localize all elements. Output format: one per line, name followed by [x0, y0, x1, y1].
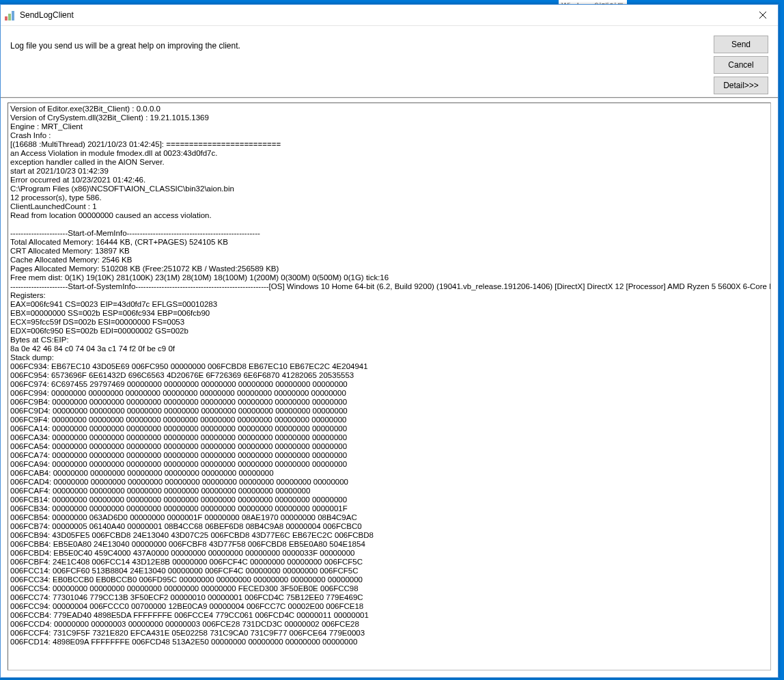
close-icon[interactable]: [748, 5, 778, 25]
app-icon: [5, 10, 16, 21]
titlebar-left: SendLogClient: [5, 10, 74, 21]
send-button[interactable]: Send: [714, 36, 768, 53]
upper-area: Log file you send us will be a great hel…: [1, 26, 778, 98]
detail-button[interactable]: Detail>>>: [714, 77, 768, 94]
titlebar[interactable]: SendLogClient: [1, 5, 778, 26]
cancel-button[interactable]: Cancel: [714, 56, 768, 74]
button-column: Send Cancel Detail>>>: [714, 36, 768, 94]
window-title: SendLogClient: [20, 10, 74, 20]
titlebar-buttons: [748, 5, 778, 25]
intro-text: Log file you send us will be a great hel…: [10, 36, 240, 51]
log-container: Version of Editor.exe(32Bit_Client) : 0.…: [8, 103, 771, 670]
sendlogclient-window: SendLogClient Log file you send us will …: [0, 4, 779, 678]
log-text-area[interactable]: Version of Editor.exe(32Bit_Client) : 0.…: [8, 103, 770, 670]
